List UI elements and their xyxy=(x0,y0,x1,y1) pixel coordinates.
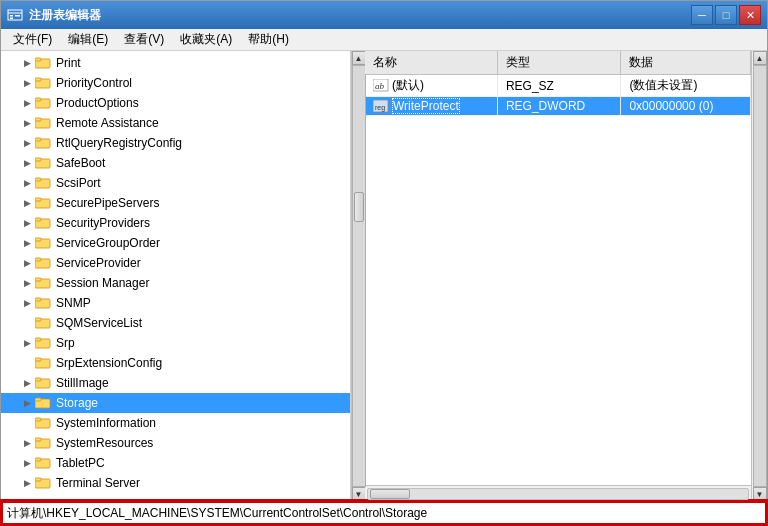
folder-icon xyxy=(35,136,53,150)
tree-item[interactable]: ▶ Session Manager xyxy=(1,273,350,293)
folder-icon xyxy=(35,456,53,470)
tree-item-label: SystemResources xyxy=(56,436,153,450)
menu-help[interactable]: 帮助(H) xyxy=(240,29,297,50)
svg-rect-46 xyxy=(35,458,41,461)
table-row[interactable]: ab (默认)REG_SZ(数值未设置) xyxy=(365,75,751,97)
tree-item-label: Print xyxy=(56,56,81,70)
menu-file[interactable]: 文件(F) xyxy=(5,29,60,50)
svg-rect-18 xyxy=(35,178,41,181)
tree-item[interactable]: ▶ ScsiPort xyxy=(1,173,350,193)
tree-item[interactable]: ▶ Srp xyxy=(1,333,350,353)
tree-item[interactable]: ▶ SafeBoot xyxy=(1,153,350,173)
h-scroll-track[interactable] xyxy=(367,488,749,500)
ab-icon: ab xyxy=(373,78,392,92)
tree-arrow-icon: ▶ xyxy=(21,397,33,409)
menu-favorites[interactable]: 收藏夹(A) xyxy=(172,29,240,50)
tree-item-label: SystemInformation xyxy=(56,416,156,430)
status-bar: 计算机\HKEY_LOCAL_MACHINE\SYSTEM\CurrentCon… xyxy=(1,501,767,525)
tree-item[interactable]: ▶ ServiceProvider xyxy=(1,253,350,273)
right-scroll-track[interactable] xyxy=(753,65,767,487)
tree-item[interactable]: SrpExtensionConfig xyxy=(1,353,350,373)
folder-icon xyxy=(35,376,53,390)
folder-icon xyxy=(35,216,53,230)
h-scrollbar[interactable] xyxy=(365,485,751,501)
tree-item[interactable]: ▶ SNMP xyxy=(1,293,350,313)
scroll-up-btn[interactable]: ▲ xyxy=(352,51,366,65)
scroll-track[interactable] xyxy=(352,65,366,487)
folder-icon xyxy=(35,236,53,250)
menu-view[interactable]: 查看(V) xyxy=(116,29,172,50)
tree-item-label: SrpExtensionConfig xyxy=(56,356,162,370)
right-scroll-down[interactable]: ▼ xyxy=(753,487,767,501)
close-button[interactable]: ✕ xyxy=(739,5,761,25)
tree-arrow-icon: ▶ xyxy=(21,77,33,89)
tree-item[interactable]: ▶ ServiceGroupOrder xyxy=(1,233,350,253)
svg-rect-16 xyxy=(35,158,41,161)
right-scrollbar[interactable]: ▲ ▼ xyxy=(751,51,767,501)
svg-rect-32 xyxy=(35,318,41,321)
tree-item-label: SQMServiceList xyxy=(56,316,142,330)
svg-rect-4 xyxy=(15,15,20,17)
tree-arrow-icon: ▶ xyxy=(21,137,33,149)
tree-item-label: ServiceGroupOrder xyxy=(56,236,160,250)
folder-icon xyxy=(35,476,53,490)
tree-arrow-icon: ▶ xyxy=(21,177,33,189)
svg-text:ab: ab xyxy=(375,81,385,91)
tree-item[interactable]: SystemInformation xyxy=(1,413,350,433)
right-scroll-up[interactable]: ▲ xyxy=(753,51,767,65)
svg-rect-40 xyxy=(35,398,41,401)
tree-item[interactable]: ▶ Print xyxy=(1,53,350,73)
tree-item-label: ServiceProvider xyxy=(56,256,141,270)
svg-rect-42 xyxy=(35,418,41,421)
tree-item[interactable]: ▶ Remote Assistance xyxy=(1,113,350,133)
tree-arrow-icon: ▶ xyxy=(21,57,33,69)
menu-edit[interactable]: 编辑(E) xyxy=(60,29,116,50)
scroll-down-btn[interactable]: ▼ xyxy=(352,487,366,501)
tree-item-label: Session Manager xyxy=(56,276,149,290)
maximize-button[interactable]: □ xyxy=(715,5,737,25)
col-type[interactable]: 类型 xyxy=(497,51,621,75)
svg-rect-26 xyxy=(35,258,41,261)
tree-item[interactable]: ▶ ProductOptions xyxy=(1,93,350,113)
svg-rect-34 xyxy=(35,338,41,341)
tree-item[interactable]: ▶ SecurityProviders xyxy=(1,213,350,233)
tree-item[interactable]: ▶ PriorityControl xyxy=(1,73,350,93)
tree-item[interactable]: ▶ Terminal Server xyxy=(1,473,350,493)
svg-rect-20 xyxy=(35,198,41,201)
minimize-button[interactable]: ─ xyxy=(691,5,713,25)
col-name[interactable]: 名称 xyxy=(365,51,497,75)
folder-icon xyxy=(35,96,53,110)
folder-icon xyxy=(35,316,53,330)
folder-icon xyxy=(35,156,53,170)
tree-item[interactable]: SQMServiceList xyxy=(1,313,350,333)
tree-arrow-icon: ▶ xyxy=(21,157,33,169)
svg-rect-24 xyxy=(35,238,41,241)
tree-item[interactable]: ▶ SecurePipeServers xyxy=(1,193,350,213)
status-text: 计算机\HKEY_LOCAL_MACHINE\SYSTEM\CurrentCon… xyxy=(7,505,427,522)
tree-container[interactable]: ▶ Print▶ PriorityControl▶ ProductOptions… xyxy=(1,51,350,501)
tree-arrow-icon: ▶ xyxy=(21,297,33,309)
tree-item[interactable]: ▶ SystemResources xyxy=(1,433,350,453)
tree-item[interactable]: ▶ TabletPC xyxy=(1,453,350,473)
tree-item-label: SafeBoot xyxy=(56,156,105,170)
svg-rect-14 xyxy=(35,138,41,141)
scroll-thumb[interactable] xyxy=(354,192,364,222)
cell-data: (数值未设置) xyxy=(621,75,751,97)
cell-name: reg WriteProtect xyxy=(365,97,497,116)
table-row[interactable]: reg WriteProtectREG_DWORD0x00000000 (0) xyxy=(365,97,751,116)
col-data[interactable]: 数据 xyxy=(621,51,751,75)
reg-icon: reg xyxy=(373,99,392,113)
tree-scrollbar[interactable]: ▲ ▼ xyxy=(351,51,365,501)
tree-item[interactable]: ▶ StillImage xyxy=(1,373,350,393)
tree-arrow-icon: ▶ xyxy=(21,237,33,249)
registry-table[interactable]: 名称 类型 数据 ab (默认)REG_SZ(数值未设置) reg WriteP… xyxy=(365,51,751,485)
tree-arrow-icon: ▶ xyxy=(21,197,33,209)
svg-rect-28 xyxy=(35,278,41,281)
tree-item[interactable]: ▶ Storage xyxy=(1,393,350,413)
tree-item[interactable]: ▶ RtlQueryRegistryConfig xyxy=(1,133,350,153)
h-scroll-thumb[interactable] xyxy=(370,489,410,499)
folder-icon xyxy=(35,196,53,210)
tree-item-label: StillImage xyxy=(56,376,109,390)
title-bar: 注册表编辑器 ─ □ ✕ xyxy=(1,1,767,29)
cell-name-text: (默认) xyxy=(392,78,424,92)
